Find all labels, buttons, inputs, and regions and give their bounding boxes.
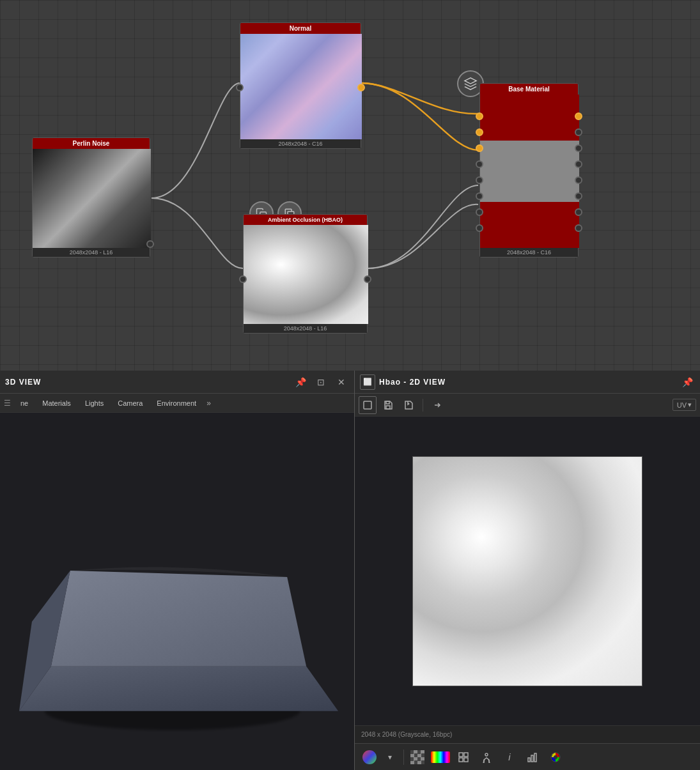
- uv-dropdown[interactable]: UV ▾: [673, 399, 696, 411]
- view-2d-title: Hbao - 2D VIEW: [379, 378, 676, 387]
- pin-2d-icon[interactable]: 📌: [680, 374, 695, 390]
- view-3d-toolbar: 3D VIEW 📌 ⊡ ✕: [0, 371, 354, 394]
- bottom-panels: 3D VIEW 📌 ⊡ ✕ ☰ ne Materials Lights Came…: [0, 371, 700, 770]
- layer-dropdown-btn[interactable]: ▾: [380, 748, 400, 767]
- node-normal-label: 2048x2048 - C16: [240, 139, 361, 148]
- svg-rect-17: [534, 753, 536, 762]
- menu-item-ne[interactable]: ne: [14, 397, 35, 409]
- node-base-output-3[interactable]: [575, 144, 582, 152]
- node-base-output-7[interactable]: [575, 208, 582, 216]
- node-perlin-output-port[interactable]: [146, 240, 154, 248]
- node-base-output-1[interactable]: [575, 112, 582, 120]
- node-base-preview: [480, 95, 579, 248]
- svg-point-14: [485, 753, 488, 756]
- hamburger-icon: ☰: [4, 399, 13, 408]
- node-perlin[interactable]: Perlin Noise 2048x2048 - L16: [32, 137, 150, 258]
- view-2d-icon: ⬜: [360, 374, 375, 390]
- node-graph[interactable]: Perlin Noise 2048x2048 - L16 Normal 2048…: [0, 0, 700, 371]
- node-perlin-header: Perlin Noise: [33, 138, 150, 149]
- node-perlin-preview: [33, 149, 151, 248]
- svg-rect-10: [459, 753, 463, 757]
- node-normal-header: Normal: [240, 23, 361, 34]
- menu-item-lights[interactable]: Lights: [79, 397, 110, 409]
- menu-chevron-icon[interactable]: »: [204, 397, 214, 410]
- close-icon[interactable]: ✕: [334, 374, 349, 390]
- layer-icon-group: ▾: [360, 748, 400, 767]
- node-ao-preview: [244, 225, 368, 324]
- node-base-input-2[interactable]: [476, 128, 483, 136]
- node-base-header: Base Material: [480, 84, 578, 95]
- view-2d-export-icon[interactable]: [400, 396, 417, 414]
- pin-icon[interactable]: 📌: [293, 374, 308, 390]
- view-3d-menu: ☰ ne Materials Lights Camera Environment…: [0, 394, 354, 413]
- svg-rect-8: [386, 406, 390, 409]
- view-2d-save-icon[interactable]: [379, 396, 397, 414]
- menu-item-camera[interactable]: Camera: [111, 397, 149, 409]
- gradient-btn[interactable]: [431, 748, 450, 767]
- node-ao-output-port[interactable]: [364, 275, 371, 283]
- svg-rect-16: [531, 755, 533, 762]
- view-2d-panel: ⬜ Hbao - 2D VIEW 📌: [355, 371, 700, 770]
- svg-marker-4: [19, 666, 338, 711]
- node-base-input-5[interactable]: [476, 176, 483, 184]
- node-base-output-6[interactable]: [575, 192, 582, 200]
- node-normal-preview: [240, 34, 362, 139]
- grid-btn[interactable]: [454, 748, 473, 767]
- checker-icon: [410, 750, 424, 764]
- node-normal-input-port[interactable]: [236, 84, 244, 91]
- color-wheel-btn[interactable]: [546, 748, 565, 767]
- node-ao-input-port[interactable]: [239, 275, 247, 283]
- color-layer-btn[interactable]: [360, 748, 379, 767]
- view-2d-canvas[interactable]: [355, 417, 700, 725]
- color-layer-icon: [362, 750, 377, 764]
- svg-rect-11: [464, 753, 468, 757]
- menu-item-materials[interactable]: Materials: [36, 397, 77, 409]
- node-ao-label: 2048x2048 - L16: [244, 324, 367, 333]
- svg-rect-15: [528, 758, 530, 762]
- node-base-output-5[interactable]: [575, 176, 582, 184]
- view-2d-arrow-icon[interactable]: [428, 396, 446, 414]
- node-base-input-8[interactable]: [476, 224, 483, 232]
- info-btn[interactable]: i: [500, 748, 519, 767]
- maximize-icon[interactable]: ⊡: [313, 374, 329, 390]
- node-base-input-3[interactable]: [476, 144, 483, 152]
- view-3d-canvas[interactable]: [0, 413, 354, 770]
- gradient-icon: [431, 751, 450, 763]
- view-2d-toolbar: ⬜ Hbao - 2D VIEW 📌: [355, 371, 700, 394]
- node-base-input-7[interactable]: [476, 208, 483, 216]
- figure-btn[interactable]: [477, 748, 496, 767]
- svg-rect-13: [464, 758, 468, 762]
- 3d-object-svg: [0, 413, 354, 770]
- node-base-material[interactable]: Base Material 2048x2048 - C16: [479, 83, 579, 258]
- node-perlin-label: 2048x2048 - L16: [33, 248, 150, 257]
- histogram-btn[interactable]: [523, 748, 542, 767]
- view-2d-bottom-bar: ▾: [355, 743, 700, 770]
- svg-rect-7: [364, 401, 371, 409]
- svg-point-19: [554, 755, 557, 759]
- view-2d-frame-icon[interactable]: [359, 396, 377, 414]
- node-normal[interactable]: Normal 2048x2048 - C16: [240, 22, 361, 149]
- view-2d-status-bar: 2048 x 2048 (Grayscale, 16bpc): [355, 725, 700, 743]
- view-2d-icon-bar: UV ▾: [355, 394, 700, 417]
- checker-btn[interactable]: [408, 748, 427, 767]
- node-base-output-2[interactable]: [575, 128, 582, 136]
- node-base-label: 2048x2048 - C16: [480, 248, 578, 257]
- uv-chevron: ▾: [688, 401, 692, 409]
- node-ao-header: Ambient Occlusion (HBAO): [244, 215, 367, 225]
- node-ao[interactable]: Ambient Occlusion (HBAO) 2048x2048 - L16: [243, 214, 368, 334]
- menu-item-environment[interactable]: Environment: [150, 397, 203, 409]
- node-base-input-6[interactable]: [476, 192, 483, 200]
- svg-marker-5: [51, 571, 306, 666]
- view-2d-status-text: 2048 x 2048 (Grayscale, 16bpc): [361, 731, 452, 738]
- uv-label: UV: [677, 401, 687, 409]
- node-normal-output-port[interactable]: [357, 84, 365, 91]
- node-base-output-4[interactable]: [575, 160, 582, 168]
- svg-rect-12: [459, 758, 463, 762]
- separator-1: [423, 399, 423, 412]
- separator-2: [403, 750, 404, 765]
- view-3d-panel: 3D VIEW 📌 ⊡ ✕ ☰ ne Materials Lights Came…: [0, 371, 355, 770]
- node-base-input-1[interactable]: [476, 112, 483, 120]
- node-base-output-8[interactable]: [575, 224, 582, 232]
- svg-rect-9: [386, 401, 389, 404]
- node-base-input-4[interactable]: [476, 160, 483, 168]
